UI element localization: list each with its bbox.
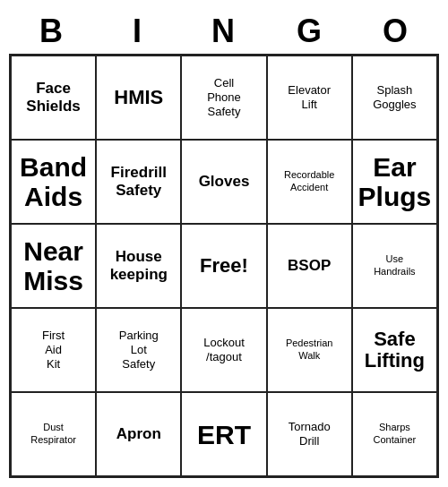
cell-text-23: Tornado Drill [289,420,331,449]
bingo-cell-14: Use Handrails [352,224,437,308]
cell-text-7: Gloves [199,173,250,191]
cell-text-11: House keeping [110,248,168,285]
cell-text-21: Apron [116,425,161,443]
bingo-cell-8: Recordable Accident [267,140,352,224]
cell-text-4: Splash Goggles [373,83,416,113]
bingo-cell-4: Splash Goggles [352,56,437,140]
cell-text-14: Use Handrails [374,253,415,278]
header-letter-n: N [181,9,267,54]
bingo-cell-16: Parking Lot Safety [96,308,181,392]
cell-text-10: Near Miss [23,236,83,295]
bingo-cell-6: Firedrill Safety [96,140,181,224]
cell-text-8: Recordable Accident [284,169,334,194]
bingo-cell-19: Safe Lifting [352,308,437,392]
bingo-cell-13: BSOP [267,224,352,308]
cell-text-17: Lockout /tagout [203,336,245,365]
cell-text-9: Ear Plugs [358,152,432,211]
bingo-cell-10: Near Miss [11,224,96,308]
header-letter-o: O [353,9,439,54]
bingo-cell-15: First Aid Kit [11,308,96,392]
cell-text-15: First Aid Kit [42,329,65,372]
bingo-cell-2: Cell Phone Safety [181,56,266,140]
cell-text-1: HMIS [114,87,163,108]
cell-text-3: Elevator Lift [288,83,331,113]
cell-text-24: Sharps Container [374,422,417,447]
bingo-header: BINGO [9,9,439,54]
bingo-cell-18: Pedestrian Walk [267,308,352,392]
bingo-cell-21: Apron [96,392,181,476]
cell-text-5: Band Aids [20,152,87,211]
bingo-cell-20: Dust Respirator [11,392,96,476]
cell-text-18: Pedestrian Walk [286,337,333,363]
cell-text-0: Face Shields [26,80,80,116]
cell-text-19: Safe Lifting [365,329,425,372]
bingo-cell-5: Band Aids [11,140,96,224]
cell-text-6: Firedrill Safety [111,164,167,201]
bingo-grid: Face ShieldsHMISCell Phone SafetyElevato… [9,54,439,478]
header-letter-b: B [9,9,95,54]
bingo-cell-7: Gloves [181,140,266,224]
cell-text-22: ERT [197,420,251,449]
bingo-cell-12: Free! [181,224,266,308]
bingo-cell-22: ERT [181,392,266,476]
header-letter-i: I [95,9,181,54]
cell-text-2: Cell Phone Safety [207,76,241,120]
bingo-cell-3: Elevator Lift [267,56,352,140]
cell-text-13: BSOP [288,257,331,275]
bingo-cell-24: Sharps Container [352,392,437,476]
bingo-cell-0: Face Shields [11,56,96,140]
header-letter-g: G [267,9,353,54]
bingo-cell-1: HMIS [96,56,181,140]
bingo-cell-11: House keeping [96,224,181,308]
bingo-cell-17: Lockout /tagout [181,308,266,392]
cell-text-16: Parking Lot Safety [119,329,159,372]
cell-text-12: Free! [200,255,248,277]
bingo-cell-9: Ear Plugs [352,140,437,224]
cell-text-20: Dust Respirator [30,422,76,447]
bingo-cell-23: Tornado Drill [267,392,352,476]
